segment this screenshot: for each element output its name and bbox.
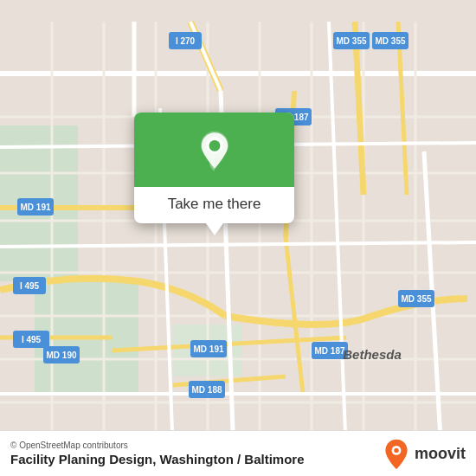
svg-text:MD 355: MD 355 <box>375 36 405 46</box>
moovit-logo: moovit <box>383 438 466 469</box>
location-popup[interactable]: Take me there <box>134 113 294 223</box>
svg-text:MD 191: MD 191 <box>193 344 223 354</box>
map-container: I 270 MD 355 MD 355 MD 191 I 495 MD 187 … <box>0 0 476 476</box>
svg-text:I 270: I 270 <box>176 36 196 46</box>
svg-text:MD 187: MD 187 <box>314 346 344 356</box>
popup-header <box>134 113 294 187</box>
bottom-bar: © OpenStreetMap contributors Facility Pl… <box>0 430 476 476</box>
svg-text:I 495: I 495 <box>22 335 42 344</box>
location-pin-icon <box>194 130 235 171</box>
svg-point-65 <box>209 140 220 151</box>
svg-text:MD 355: MD 355 <box>401 294 431 304</box>
svg-line-32 <box>329 22 346 454</box>
svg-text:MD 190: MD 190 <box>46 351 76 360</box>
svg-text:I 495: I 495 <box>20 281 40 291</box>
moovit-text: moovit <box>415 445 466 463</box>
svg-text:Bethesda: Bethesda <box>343 347 402 362</box>
take-me-there-button[interactable]: Take me there <box>168 196 261 213</box>
svg-text:MD 355: MD 355 <box>336 36 366 46</box>
svg-text:MD 188: MD 188 <box>191 385 222 395</box>
svg-point-67 <box>394 448 398 453</box>
bottom-left: © OpenStreetMap contributors Facility Pl… <box>10 441 305 466</box>
osm-credit: © OpenStreetMap contributors <box>10 441 305 450</box>
moovit-pin-icon <box>383 438 409 469</box>
svg-text:MD 191: MD 191 <box>20 203 50 212</box>
map-roads: I 270 MD 355 MD 355 MD 191 I 495 MD 187 … <box>0 0 476 476</box>
facility-name: Facility Planing Design, Washington / Ba… <box>10 452 305 466</box>
